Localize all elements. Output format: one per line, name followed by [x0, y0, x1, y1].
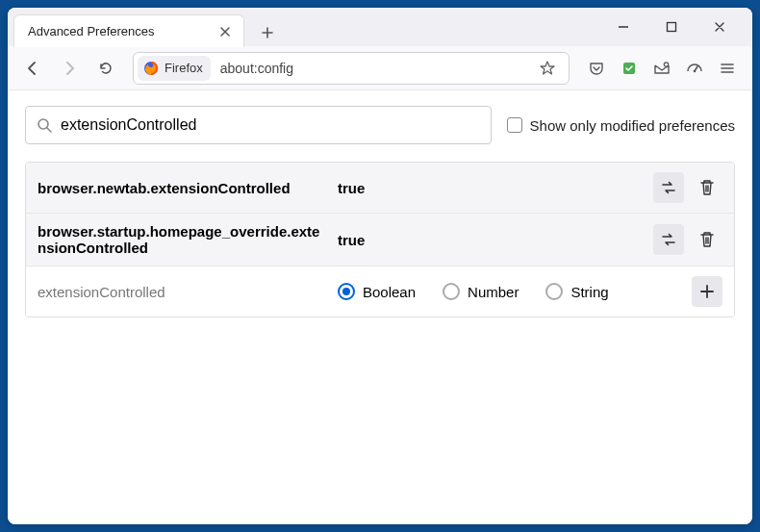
radio-label: Boolean	[363, 284, 416, 300]
aboutconfig-content: Show only modified preferences browser.n…	[8, 90, 752, 524]
toolbar-right	[581, 53, 743, 84]
checkbox-label: Show only modified preferences	[530, 117, 735, 134]
forward-button[interactable]	[54, 53, 85, 84]
titlebar: Advanced Preferences	[8, 8, 752, 46]
pref-name: browser.startup.homepage_override.extens…	[38, 223, 326, 256]
toggle-button[interactable]	[653, 172, 684, 203]
close-icon	[714, 21, 725, 33]
checkbox-icon	[507, 117, 522, 133]
pref-actions	[653, 224, 722, 255]
pref-value: true	[338, 232, 642, 248]
radio-label: String	[570, 284, 608, 300]
new-pref-row[interactable]: extensionControlled Boolean Number Strin…	[26, 266, 734, 317]
firefox-icon	[143, 61, 159, 76]
toggle-icon	[660, 179, 677, 196]
dashboard-icon	[686, 60, 703, 77]
close-tab-button[interactable]	[216, 23, 234, 40]
pref-row[interactable]: browser.startup.homepage_override.extens…	[26, 214, 734, 266]
radio-icon	[443, 283, 460, 300]
trash-icon	[699, 231, 715, 248]
reset-button[interactable]	[692, 224, 722, 255]
pref-name: browser.newtab.extensionControlled	[38, 180, 326, 196]
identity-box[interactable]: Firefox	[138, 56, 211, 81]
minimize-button[interactable]	[610, 13, 637, 40]
pocket-button[interactable]	[581, 53, 612, 84]
extension-button[interactable]	[614, 53, 645, 84]
svg-point-3	[664, 62, 668, 65]
radio-string[interactable]: String	[545, 283, 608, 300]
tab-active[interactable]: Advanced Preferences	[13, 14, 244, 47]
prefs-table: browser.newtab.extensionControlled true …	[25, 162, 735, 317]
search-icon	[36, 116, 53, 134]
pref-actions	[653, 172, 722, 203]
hamburger-icon	[719, 60, 736, 77]
radio-number[interactable]: Number	[443, 283, 519, 300]
new-pref-name: extensionControlled	[38, 284, 326, 300]
close-window-button[interactable]	[706, 13, 733, 40]
reload-icon	[97, 60, 114, 77]
window-controls	[610, 13, 745, 40]
nav-toolbar: Firefox about:config	[8, 46, 752, 90]
svg-point-4	[694, 69, 697, 72]
maximize-button[interactable]	[658, 13, 685, 40]
star-icon	[539, 60, 556, 77]
toggle-icon	[660, 231, 677, 248]
search-row: Show only modified preferences	[25, 106, 735, 144]
identity-label: Firefox	[165, 61, 203, 75]
pref-actions	[692, 276, 722, 307]
plus-icon	[699, 284, 715, 299]
tab-title: Advanced Preferences	[28, 24, 216, 38]
pref-value: true	[338, 180, 642, 196]
svg-rect-0	[668, 23, 676, 32]
url-bar[interactable]: Firefox about:config	[133, 52, 570, 85]
protections-button[interactable]	[679, 53, 710, 84]
type-radio-group: Boolean Number String	[338, 283, 680, 300]
reset-button[interactable]	[692, 172, 722, 203]
minimize-icon	[618, 21, 629, 33]
pref-row[interactable]: browser.newtab.extensionControlled true	[26, 163, 734, 214]
toggle-button[interactable]	[653, 224, 684, 255]
tabs-area: Advanced Preferences	[8, 8, 281, 46]
back-button[interactable]	[17, 53, 48, 84]
account-icon	[653, 60, 671, 77]
pocket-icon	[588, 60, 605, 77]
close-icon	[219, 26, 231, 38]
back-icon	[24, 60, 41, 77]
search-box[interactable]	[25, 106, 492, 144]
extension-icon	[621, 60, 638, 77]
maximize-icon	[666, 21, 677, 33]
radio-icon	[338, 283, 355, 300]
app-menu-button[interactable]	[712, 53, 743, 84]
show-modified-checkbox[interactable]: Show only modified preferences	[507, 117, 735, 134]
reload-button[interactable]	[90, 53, 121, 84]
new-tab-button[interactable]	[254, 19, 281, 46]
radio-icon	[545, 283, 563, 300]
forward-icon	[61, 60, 78, 77]
radio-boolean[interactable]: Boolean	[338, 283, 416, 300]
account-button[interactable]	[646, 53, 677, 84]
url-text: about:config	[220, 61, 532, 76]
browser-window: Advanced Preferences	[8, 8, 752, 524]
bookmark-button[interactable]	[534, 55, 561, 82]
trash-icon	[699, 179, 715, 196]
add-button[interactable]	[692, 276, 722, 307]
search-input[interactable]	[61, 116, 481, 134]
radio-label: Number	[468, 284, 519, 300]
plus-icon	[261, 26, 274, 39]
